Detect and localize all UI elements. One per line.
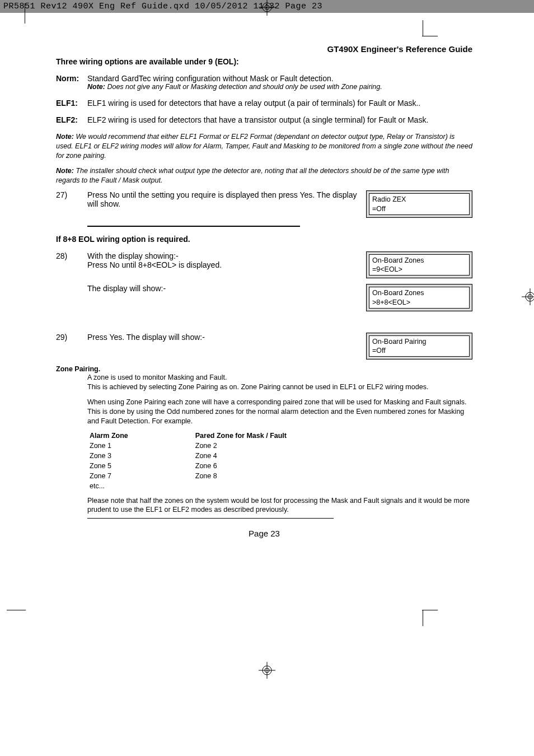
cell: Zone 1 [90,441,128,451]
option-note: Note: Does not give any Fault or Masking… [87,83,472,91]
lcd-text: On-Board Zones >8+8<EOL> [369,287,470,309]
option-label: Norm: [56,74,87,91]
note-text: Does not give any Fault or Masking detec… [105,83,382,91]
cell: Zone 5 [90,461,128,471]
zone-col-pared: Pared Zone for Mask / Fault Zone 2 Zone … [195,431,287,492]
option-text: Standard GardTec wiring configuration wi… [87,74,472,83]
page-content: GT490X Engineer's Reference Guide Three … [0,13,534,561]
option-label: ELF2: [56,115,87,124]
lcd-display: On-Board Zones >8+8<EOL> [366,284,472,311]
step-body: Press No until the setting you require i… [87,190,366,208]
cell: etc... [90,481,128,491]
option-label: ELF1: [56,99,87,108]
step-number: 28) [56,251,87,260]
note-paragraph: Note: We would recommend that either ELF… [56,132,472,161]
lcd-text: On-Board Pairing =Off [369,335,470,357]
step-line: With the display showing:- [87,251,359,260]
zone-para: This is achieved by selecting Zone Pairi… [87,382,472,392]
lcd-text: Radio ZEX =Off [369,193,470,215]
cell: Zone 8 [195,471,287,481]
zone-table: Alarm Zone Zone 1 Zone 3 Zone 5 Zone 7 e… [90,431,472,492]
section-heading: If 8+8 EOL wiring option is required. [56,235,472,244]
registration-mark-icon [259,662,275,679]
crop-mark [422,610,438,610]
step-number: 29) [56,333,87,342]
lcd-display: On-Board Zones =9<EOL> [366,251,472,279]
step-body: The display will show:- [87,284,366,293]
option-text: ELF1 wiring is used for detectors that h… [87,99,472,108]
note-paragraph: Note: The installer should check what ou… [56,166,472,185]
lcd-display: Radio ZEX =Off [366,190,472,218]
note-prefix: Note: [56,133,74,141]
crop-mark [7,610,26,610]
zone-pairing-title: Zone Pairing. [56,365,472,373]
note-text: The installer should check what output t… [56,167,449,184]
option-elf2: ELF2: ELF2 wiring is used for detectors … [56,115,472,124]
cell: Zone 6 [195,461,287,471]
step-28a: 28) With the display showing:- Press No … [56,251,472,279]
page-number: Page 23 [56,529,472,538]
step-line: Press No until 8+8<EOL> is displayed. [87,260,359,269]
option-body: Standard GardTec wiring configuration wi… [87,74,472,91]
note-prefix: Note: [56,167,74,175]
step-number: 27) [56,190,87,199]
zone-para: Please note that half the zones on the s… [87,496,472,515]
cell: Zone 4 [195,451,287,461]
cell: Zone 2 [195,441,287,451]
zone-para: A zone is used to monitor Masking and Fa… [87,373,472,382]
lcd-text: On-Board Zones =9<EOL> [369,254,470,276]
col-header: Pared Zone for Mask / Fault [195,431,287,441]
print-area: PR5851 Rev12 490X Eng Ref Guide.qxd 10/0… [0,0,534,756]
cell: Zone 3 [90,451,128,461]
option-norm: Norm: Standard GardTec wiring configurat… [56,74,472,91]
col-header: Alarm Zone [90,431,128,441]
divider [87,226,300,227]
option-elf1: ELF1: ELF1 wiring is used for detectors … [56,99,472,108]
step-27: 27) Press No until the setting you requi… [56,190,472,218]
note-text: We would recommend that either ELF1 Form… [56,133,472,160]
note-prefix: Note: [87,83,105,91]
step-body: Press Yes. The display will show:- [87,333,366,342]
crop-mark [423,610,423,626]
step-28b: The display will show:- On-Board Zones >… [56,284,472,311]
section-heading: Three wiring options are available under… [56,57,472,66]
cell: Zone 7 [90,471,128,481]
option-text: ELF2 wiring is used for detectors that h… [87,115,472,124]
step-body: With the display showing:- Press No unti… [87,251,366,269]
lcd-display: On-Board Pairing =Off [366,333,472,360]
zone-para: When using Zone Pairing each zone will h… [87,398,472,426]
divider [87,518,334,519]
zone-col-alarm: Alarm Zone Zone 1 Zone 3 Zone 5 Zone 7 e… [90,431,128,492]
doc-title: GT490X Engineer's Reference Guide [56,44,472,54]
step-29: 29) Press Yes. The display will show:- O… [56,333,472,360]
